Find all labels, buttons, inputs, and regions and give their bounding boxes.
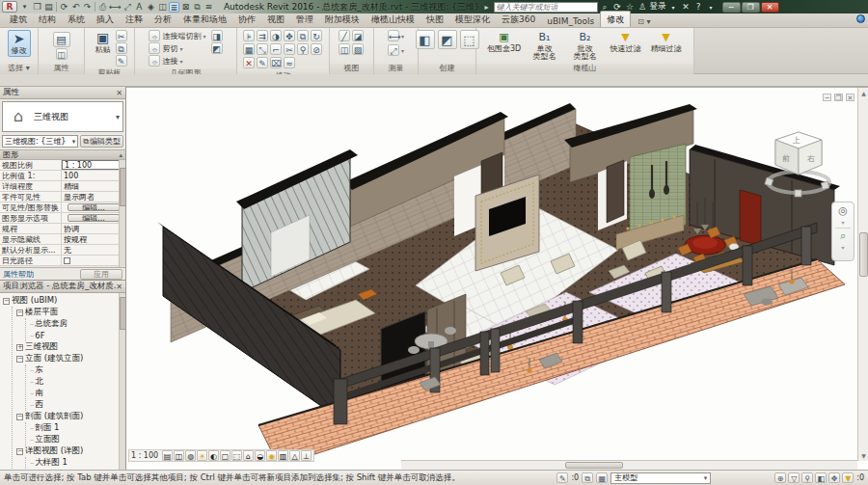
scroll-up-icon[interactable]: ▲	[858, 88, 868, 98]
viewport-close-icon[interactable]: ✕	[846, 94, 854, 101]
tree-item-北[interactable]: –北	[30, 376, 125, 388]
property-value[interactable]	[62, 256, 125, 265]
properties-section-graphics[interactable]: 图形 ▴	[0, 149, 125, 160]
array-icon[interactable]: ▦	[243, 43, 255, 55]
steering-wheel-icon[interactable]: ◎	[838, 205, 848, 217]
property-value[interactable]: 编辑...	[68, 203, 120, 211]
view-cube[interactable]: 上 前 右	[762, 126, 839, 203]
drag-elements-on-selection-icon[interactable]: ✥	[828, 472, 840, 483]
linework-icon[interactable]: ╱	[339, 30, 350, 41]
tab-系统[interactable]: 系统	[62, 12, 91, 27]
visual-style-icon[interactable]: ◫	[174, 450, 184, 461]
tree-item-详图视图 (详图)[interactable]: −详图视图 (详图)	[16, 445, 125, 457]
tab-uBIM_Tools[interactable]: uBIM_Tools	[541, 14, 600, 27]
create-assembly-icon[interactable]: ◩	[438, 30, 457, 49]
scale-icon[interactable]: ⤡	[257, 43, 268, 55]
worksets-dialog-icon[interactable]: ⧉	[582, 472, 593, 483]
apply-button[interactable]: 应用	[80, 269, 122, 280]
offset-icon[interactable]: ⇉	[257, 30, 268, 41]
tab-注释[interactable]: 注释	[120, 12, 149, 27]
zoom-icon[interactable]: ⌕	[840, 230, 846, 242]
properties-palette-icon[interactable]: ▤	[53, 32, 70, 47]
selection-filter-icon[interactable]: ▼	[842, 472, 854, 483]
aligned-dimension-icon[interactable]: ⤢	[388, 44, 399, 56]
instance-selector[interactable]: 三维视图: {三维} ▾	[2, 135, 78, 148]
olive-button-quick-filter[interactable]: ▼快速过滤	[608, 31, 644, 53]
scroll-down-icon[interactable]: ▼	[858, 450, 868, 461]
tab-修改[interactable]: 修改	[600, 11, 631, 27]
tree-item-大样图 1[interactable]: –大样图 1	[30, 457, 125, 469]
geometry-item-剪切[interactable]: ⌔剪切▾	[149, 42, 205, 54]
property-value[interactable]: 协调	[62, 224, 125, 233]
tree-item-三维视图[interactable]: +三维视图	[16, 341, 125, 353]
delete-icon[interactable]: ✕	[243, 57, 255, 68]
olive-button-bounding-box-3d[interactable]: ▣包围盒3D	[486, 31, 523, 53]
section-collapse-icon[interactable]: ▴	[119, 151, 122, 159]
mirror-icon[interactable]: ◑	[270, 30, 282, 41]
render-dialog-icon[interactable]: ◍	[185, 450, 196, 461]
olive-button-rename-type-single[interactable]: B₁单改 类型名	[527, 31, 563, 61]
communication-center-icon[interactable]	[856, 14, 865, 23]
viewport-minimize-icon[interactable]: ─	[823, 94, 831, 101]
zoom-caret-icon[interactable]: ▾	[841, 244, 844, 251]
tree-expander-icon[interactable]: −	[16, 356, 23, 363]
geometry-item-连接[interactable]: ⌔连接▾	[149, 55, 205, 67]
olive-button-fine-filter[interactable]: ▼精细过滤	[648, 31, 685, 53]
paste-button[interactable]: ▣ 粘贴	[93, 30, 114, 55]
tab-视图[interactable]: 视图	[261, 12, 290, 27]
select-elements-by-face-icon[interactable]: ◧	[815, 472, 827, 483]
select-pinned-elements-icon[interactable]: ⚲	[801, 472, 813, 483]
exchange-apps-icon[interactable]: ✕	[681, 2, 692, 12]
match-type-icon[interactable]: ✎	[116, 55, 127, 67]
horizontal-scrollbar[interactable]	[401, 460, 857, 470]
tab-建筑[interactable]: 建筑	[4, 12, 33, 27]
tab-快图[interactable]: 快图	[420, 12, 449, 27]
tab-体量和场地[interactable]: 体量和场地	[177, 12, 232, 27]
tab-云族360[interactable]: 云族360	[496, 12, 541, 27]
match-type-icon[interactable]: ✎	[257, 57, 268, 68]
project-browser-header[interactable]: 项目浏览器 - 总统套房_改材质.rvt ✕	[0, 281, 125, 293]
ribbon-display-toggle[interactable]: ⊡ ▾	[635, 16, 653, 27]
tree-item-剖面 1[interactable]: –剖面 1	[30, 422, 125, 434]
tab-模型深化[interactable]: 模型深化	[449, 12, 496, 27]
property-value[interactable]: 100	[62, 171, 125, 180]
close-button[interactable]: ✕	[761, 2, 779, 13]
tree-expander-icon[interactable]: +	[16, 344, 23, 351]
tree-item-总统套房[interactable]: –总统套房	[30, 318, 125, 330]
view-scale-button[interactable]: 1 : 100	[131, 451, 158, 460]
properties-close-icon[interactable]: ✕	[116, 89, 122, 97]
type-selector[interactable]: ⌂ 三维视图 ▾	[2, 101, 123, 132]
olive-button-rename-type-batch[interactable]: B₂批改 类型名	[567, 31, 604, 61]
tree-item-立面 (建筑立面)[interactable]: −立面 (建筑立面)	[16, 353, 125, 364]
tab-协作[interactable]: 协作	[232, 12, 261, 27]
paint-icon[interactable]: ◨	[211, 30, 223, 41]
edit-type-button[interactable]: ⧉ 编辑类型	[80, 135, 123, 148]
select-underlay-elements-icon[interactable]: ▽	[788, 472, 800, 483]
trim-extend-icon[interactable]: ⌐	[270, 43, 282, 55]
shadows-icon[interactable]: ◐	[208, 450, 219, 461]
design-options-select[interactable]: 主模型 ▾	[610, 472, 711, 484]
temporary-hide-isolate-icon[interactable]: ◒	[255, 450, 265, 461]
split-face-icon[interactable]: ◩	[211, 42, 223, 54]
wheel-caret-icon[interactable]: ▾	[841, 219, 844, 226]
properties-help-link[interactable]: 属性帮助	[3, 269, 34, 280]
modify-tool-button[interactable]: ➤ 修改	[8, 30, 31, 57]
family-types-icon[interactable]: ◫	[56, 48, 68, 60]
detail-level-icon[interactable]: ▤	[162, 450, 173, 461]
property-value[interactable]: 编辑...	[68, 214, 120, 222]
tab-插入[interactable]: 插入	[91, 12, 120, 27]
drawing-area[interactable]: ─ ❐ ✕ 上 前 右 ◎ ▾ ⌕ ▾ ▲ ▼ 1 : 100 ▤◫◍☀◐▢⬚⌂…	[126, 87, 868, 470]
align-icon[interactable]: ⊧	[243, 30, 255, 41]
type-selector-caret-icon[interactable]: ▾	[116, 113, 120, 121]
tab-橄榄山快模[interactable]: 橄榄山快模	[366, 12, 420, 27]
sign-in-button[interactable]: 登录	[650, 1, 666, 13]
tab-附加模块[interactable]: 附加模块	[319, 12, 366, 27]
help-icon[interactable]: ?	[693, 2, 704, 12]
tree-expander-icon[interactable]: −	[16, 310, 23, 316]
hide-analytical-model-icon[interactable]: △	[289, 450, 300, 461]
property-value[interactable]: 无	[62, 245, 125, 255]
geometry-item-连接端切割[interactable]: ⌔连接端切割▾	[149, 30, 205, 41]
cut-icon[interactable]: ✂	[116, 30, 127, 41]
viewport-restore-icon[interactable]: ❐	[834, 94, 843, 101]
tree-item-南[interactable]: –南	[30, 388, 125, 399]
